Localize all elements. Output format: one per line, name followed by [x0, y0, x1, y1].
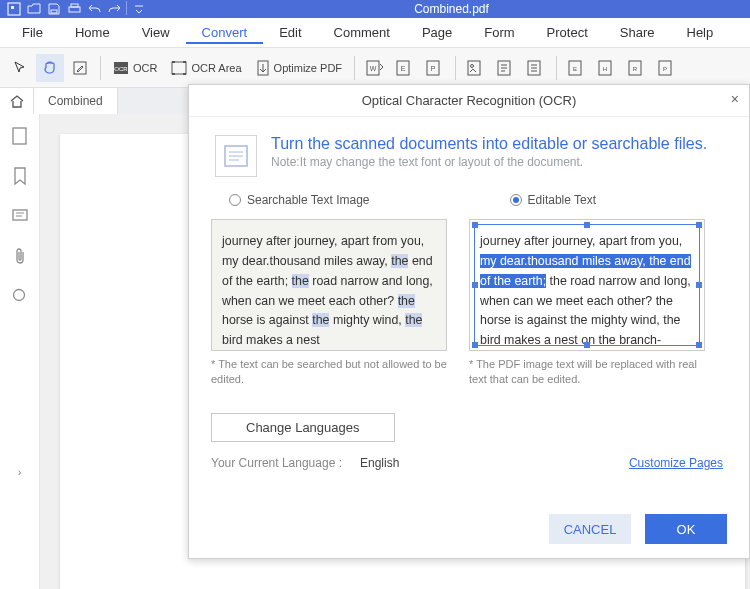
to-other-icon[interactable] [522, 54, 550, 82]
svg-text:OCR: OCR [114, 66, 128, 72]
ocr-button[interactable]: OCROCR [107, 54, 163, 82]
to-epub-icon[interactable]: E [563, 54, 591, 82]
to-ppt-icon[interactable]: P [421, 54, 449, 82]
home-tab-icon[interactable] [0, 88, 34, 114]
to-rtf-icon[interactable]: R [623, 54, 651, 82]
separator [455, 56, 456, 80]
app-logo-icon [6, 1, 22, 17]
to-image-icon[interactable] [462, 54, 490, 82]
bookmarks-icon[interactable] [10, 166, 30, 186]
menu-form[interactable]: Form [468, 21, 530, 44]
cancel-button[interactable]: CANCEL [549, 514, 631, 544]
svg-text:W: W [370, 65, 377, 72]
close-icon[interactable]: × [731, 91, 739, 107]
edit-tool[interactable] [66, 54, 94, 82]
ok-button[interactable]: OK [645, 514, 727, 544]
open-icon[interactable] [26, 1, 42, 17]
select-tool[interactable] [6, 54, 34, 82]
expand-sidebar-icon[interactable]: › [18, 466, 22, 478]
change-languages-button[interactable]: Change Languages [211, 413, 395, 442]
svg-text:H: H [603, 66, 607, 72]
separator [126, 1, 127, 15]
comments-icon[interactable] [10, 206, 30, 226]
dialog-title-bar: Optical Character Recognition (OCR) × [189, 85, 749, 117]
menu-page[interactable]: Page [406, 21, 468, 44]
menu-help[interactable]: Help [671, 21, 730, 44]
quick-access-toolbar [0, 1, 153, 17]
qat-dropdown-icon[interactable] [131, 1, 147, 17]
svg-rect-1 [11, 6, 14, 9]
toolbar: OCROCR OCR Area Optimize PDF W E P E H R… [0, 48, 750, 88]
svg-text:R: R [633, 66, 638, 72]
svg-rect-2 [51, 10, 57, 13]
ocr-label: OCR [133, 62, 157, 74]
svg-text:E: E [573, 66, 577, 72]
svg-rect-29 [13, 210, 27, 220]
svg-rect-16 [468, 61, 480, 75]
optimize-label: Optimize PDF [274, 62, 342, 74]
svg-rect-4 [71, 4, 78, 7]
option-searchable-label: Searchable Text Image [247, 193, 370, 207]
preview-editable: journey after journey, apart from you, m… [469, 219, 705, 387]
radio-icon [229, 194, 241, 206]
thumbnails-icon[interactable] [10, 126, 30, 146]
tab-label: Combined [48, 94, 103, 108]
ocr-mode-options: Searchable Text Image Editable Text [189, 191, 749, 215]
option-searchable[interactable]: Searchable Text Image [229, 193, 370, 207]
menu-share[interactable]: Share [604, 21, 671, 44]
preview-searchable-box: journey after journey, apart from you, m… [211, 219, 447, 351]
search-panel-icon[interactable] [10, 286, 30, 306]
svg-point-17 [471, 64, 474, 67]
menu-bar: File Home View Convert Edit Comment Page… [0, 18, 750, 48]
save-icon[interactable] [46, 1, 62, 17]
language-section: Change Languages Your Current Language :… [189, 387, 749, 476]
svg-rect-28 [13, 128, 26, 144]
menu-file[interactable]: File [6, 21, 59, 44]
dialog-header: Turn the scanned documents into editable… [189, 117, 749, 191]
to-excel-icon[interactable]: E [391, 54, 419, 82]
ocr-header-icon [215, 135, 257, 177]
svg-rect-3 [69, 7, 80, 12]
print-icon[interactable] [66, 1, 82, 17]
to-html-icon[interactable]: H [593, 54, 621, 82]
menu-edit[interactable]: Edit [263, 21, 317, 44]
redo-icon[interactable] [106, 1, 122, 17]
optimize-button[interactable]: Optimize PDF [250, 54, 348, 82]
separator [354, 56, 355, 80]
current-language-value: English [360, 456, 399, 470]
sidebar: › [0, 114, 40, 589]
attachments-icon[interactable] [10, 246, 30, 266]
current-language-row: Your Current Language : English Customiz… [211, 456, 727, 470]
preview-searchable-caption: * The text can be searched but not allow… [211, 357, 447, 387]
customize-pages-link[interactable]: Customize Pages [629, 456, 723, 470]
menu-comment[interactable]: Comment [318, 21, 406, 44]
dialog-heading: Turn the scanned documents into editable… [271, 135, 707, 153]
hand-tool[interactable] [36, 54, 64, 82]
to-pdfa-icon[interactable]: P [653, 54, 681, 82]
svg-text:P: P [663, 66, 667, 72]
svg-rect-8 [172, 62, 186, 74]
dialog-title: Optical Character Recognition (OCR) [362, 93, 577, 108]
menu-convert[interactable]: Convert [186, 21, 264, 44]
menu-home[interactable]: Home [59, 21, 126, 44]
to-word-icon[interactable]: W [361, 54, 389, 82]
undo-icon[interactable] [86, 1, 102, 17]
menu-protect[interactable]: Protect [531, 21, 604, 44]
ocr-dialog: Optical Character Recognition (OCR) × Tu… [188, 84, 750, 559]
menu-view[interactable]: View [126, 21, 186, 44]
title-bar: Combined.pdf [0, 0, 750, 18]
option-editable[interactable]: Editable Text [510, 193, 597, 207]
preview-editable-box: journey after journey, apart from you, m… [469, 219, 705, 351]
preview-row: journey after journey, apart from you, m… [189, 215, 749, 387]
current-language-label: Your Current Language : [211, 456, 342, 470]
separator [100, 56, 101, 80]
dialog-footer: CANCEL OK [549, 514, 727, 544]
document-tab[interactable]: Combined [34, 88, 118, 114]
svg-text:E: E [401, 65, 406, 72]
preview-editable-caption: * The PDF image text will be replaced wi… [469, 357, 705, 387]
option-editable-label: Editable Text [528, 193, 597, 207]
preview-searchable: journey after journey, apart from you, m… [211, 219, 447, 387]
to-text-icon[interactable] [492, 54, 520, 82]
svg-point-30 [13, 290, 24, 301]
ocr-area-button[interactable]: OCR Area [165, 54, 247, 82]
